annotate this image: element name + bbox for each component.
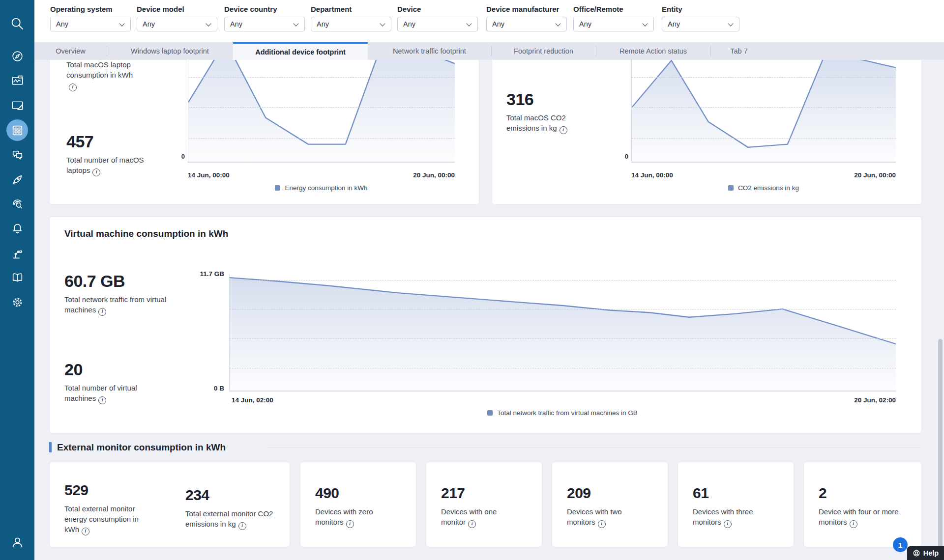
legend-swatch [487, 410, 493, 416]
life-ring-icon [913, 549, 920, 557]
info-icon[interactable] [98, 396, 106, 404]
dashboard-page: { "filters": { "items": [ {"label": "Ope… [0, 0, 944, 560]
energy-line-chart [188, 60, 455, 162]
rocket-icon[interactable] [6, 168, 28, 190]
book-icon[interactable] [6, 267, 28, 288]
info-icon[interactable] [98, 308, 106, 316]
entity-select[interactable]: Any [662, 17, 739, 31]
monitor-summary-card: 529 Total external monitor energy consum… [49, 462, 290, 547]
co2-chart-plot [631, 60, 896, 163]
device-select[interactable]: Any [397, 17, 478, 31]
y-axis-min: 0 B [185, 385, 224, 392]
stat-label: Total number of macOS laptops [66, 155, 152, 176]
vm-count-value: 20 [64, 360, 83, 379]
tab-overview[interactable]: Overview [34, 42, 107, 60]
card-top-label: Total macOS laptop consumption in kWh [66, 60, 143, 91]
gear-icon[interactable] [6, 291, 28, 313]
tab-footprint-reduction[interactable]: Footprint reduction [491, 42, 596, 60]
x-start: 14 Jun, 00:00 [188, 171, 230, 179]
robot-arm-icon[interactable] [6, 243, 28, 264]
bell-icon[interactable] [6, 218, 28, 239]
search-icon[interactable] [6, 13, 28, 34]
legend-label: Total network traffic from virtual machi… [497, 409, 638, 417]
tab-windows-laptop-footprint[interactable]: Windows laptop footprint [107, 42, 233, 60]
compass-icon[interactable] [6, 45, 28, 67]
info-icon[interactable] [238, 522, 246, 530]
info-icon[interactable] [82, 528, 89, 535]
macos-energy-card: Total macOS laptop consumption in kWh 45… [49, 60, 479, 205]
co2-line-chart [632, 60, 896, 162]
legend-label: Energy consumption in kWh [285, 184, 367, 192]
stat-label: Devices with three monitors [693, 506, 774, 528]
legend-swatch [728, 185, 734, 191]
stat-label: Devices with zero monitors [315, 506, 396, 528]
legend: Energy consumption in kWh [188, 184, 455, 192]
department-select[interactable]: Any [311, 17, 391, 31]
vm-section-title: Virtual machine consumption in kWh [64, 228, 228, 239]
y-axis-max: 11.7 GB [170, 270, 224, 278]
info-icon[interactable] [69, 84, 77, 91]
stat-value: 2 [819, 485, 826, 502]
monitor-count-card: 217 Devices with one monitor [426, 462, 542, 547]
x-end: 20 Jun, 02:00 [854, 396, 896, 404]
tab-7[interactable]: Tab 7 [710, 42, 767, 60]
device-manufacturer-select[interactable]: Any [486, 17, 567, 31]
vm-chart-plot [229, 274, 896, 392]
stat-value: 209 [567, 485, 591, 502]
operating-system-select[interactable]: Any [50, 17, 131, 31]
y-axis-zero: 0 [612, 153, 628, 160]
monitor-count-card: 209 Devices with two monitors [552, 462, 668, 547]
help-button[interactable]: Help [907, 546, 944, 560]
x-start: 14 Jun, 02:00 [232, 396, 273, 404]
stat-value: 217 [441, 485, 465, 502]
tab-network-traffic-footprint[interactable]: Network traffic footprint [368, 42, 491, 60]
energy-chart-plot [188, 60, 455, 163]
info-icon[interactable] [560, 126, 567, 134]
user-icon[interactable] [6, 532, 28, 553]
filter-label: Office/Remote [573, 5, 654, 13]
info-icon[interactable] [346, 520, 354, 528]
x-axis-labels: 14 Jun, 02:00 20 Jun, 02:00 [232, 396, 896, 404]
filter-label: Entity [662, 5, 739, 13]
x-axis-labels: 14 Jun, 00:00 20 Jun, 00:00 [631, 171, 896, 179]
info-icon[interactable] [850, 520, 857, 528]
device-model-select[interactable]: Any [137, 17, 217, 31]
main-content: Total macOS laptop consumption in kWh 45… [34, 60, 944, 560]
tab-additional-device-footprint[interactable]: Additional device footprint [233, 42, 368, 60]
stat-value: 490 [315, 485, 339, 502]
macos-co2-card: 316 Total macOS CO2 emissions in kg 0 14… [492, 60, 922, 205]
filter-entity: Entity Any [662, 5, 739, 31]
tab-remote-action-status[interactable]: Remote Action status [596, 42, 710, 60]
filter-label: Device country [224, 5, 305, 13]
filter-operating-system: Operating system Any [50, 5, 131, 31]
filter-office-remote: Office/Remote Any [573, 5, 654, 31]
info-icon[interactable] [724, 520, 732, 528]
stat-label: Total external monitor CO2 emissions in … [185, 508, 276, 530]
fingerprint-search-icon[interactable] [6, 193, 28, 215]
device-country-select[interactable]: Any [224, 17, 305, 31]
x-end: 20 Jun, 00:00 [413, 171, 455, 179]
info-icon[interactable] [92, 168, 100, 176]
monitor-count-card: 61 Devices with three monitors [678, 462, 794, 547]
stat-label: Device with four or more monitors [819, 506, 905, 528]
info-icon[interactable] [468, 520, 476, 528]
office-remote-select[interactable]: Any [573, 17, 654, 31]
legend-label: CO2 emissions in kg [738, 184, 799, 192]
vertical-scrollbar[interactable] [938, 339, 943, 547]
vm-consumption-card: Virtual machine consumption in kWh 60.7 … [49, 216, 922, 433]
monitor-pulse-icon[interactable] [6, 70, 28, 91]
filter-bar: Operating system Any Device model Any De… [34, 0, 944, 42]
sidebar-item-dashboards[interactable] [6, 119, 28, 141]
filter-label: Device manufacturer [486, 5, 567, 13]
help-notification-badge[interactable]: 1 [893, 537, 908, 552]
stat-value: 457 [66, 132, 93, 151]
filter-label: Device model [137, 5, 217, 13]
stat-value: 316 [506, 90, 533, 109]
legend-swatch [275, 185, 280, 191]
monitor-count-card: 2 Device with four or more monitors [803, 462, 922, 547]
section-divider [266, 448, 922, 448]
design-board-icon[interactable] [6, 94, 28, 116]
dashboard-grid-icon [11, 124, 24, 137]
chat-icon[interactable] [6, 144, 28, 166]
info-icon[interactable] [598, 520, 606, 528]
